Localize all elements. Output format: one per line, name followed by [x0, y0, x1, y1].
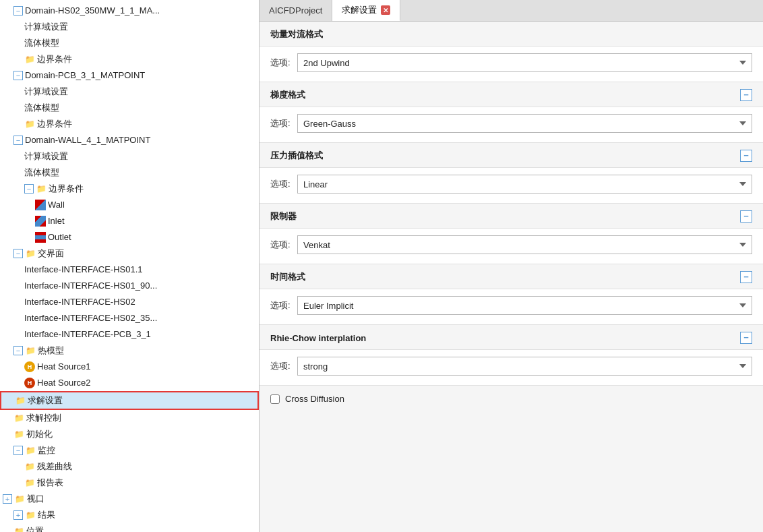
tree-label-heat1: Heat Source1	[37, 360, 91, 374]
tree-toggle-thermal[interactable]: −	[13, 346, 23, 355]
tree-item-domain-hs02-boundary[interactable]: 边界条件	[0, 51, 259, 67]
tree-item-domain-pcb-calc[interactable]: 计算域设置	[0, 84, 259, 100]
tree-item-heat1[interactable]: H Heat Source1	[0, 359, 259, 375]
tree-toggle-domain-hs02[interactable]: −	[13, 6, 23, 16]
tree-item-domain-wall-boundary[interactable]: − 边界条件	[0, 181, 259, 197]
collapse-pressure[interactable]: −	[740, 150, 752, 162]
tree-item-viewport[interactable]: + 视口	[0, 491, 259, 507]
form-row-momentum: 选项: 2nd Upwind 1st Upwind QUICK	[270, 53, 752, 72]
tab-bar: AICFDProject 求解设置 ✕	[260, 0, 763, 22]
section-header-gradient: 梯度格式 −	[260, 82, 763, 107]
tree-item-interface-hs01-1[interactable]: Interface-INTERFACE-HS01.1	[0, 262, 259, 278]
select-pressure[interactable]: Linear Standard Second Order	[297, 175, 752, 194]
section-title-rhie-chow: Rhie-Chow interplation	[270, 333, 366, 343]
tree-item-residual[interactable]: 残差曲线	[0, 459, 259, 475]
section-rhie-chow: Rhie-Chow interplation − 选项: strong weak	[260, 325, 763, 386]
section-title-limiter: 限制器	[270, 210, 297, 223]
tab-solver[interactable]: 求解设置 ✕	[332, 0, 400, 21]
tree-label-domain-pcb-fluid: 流体模型	[24, 101, 59, 115]
section-header-time: 时间格式 −	[260, 264, 763, 289]
tree-item-init[interactable]: 初始化	[0, 426, 259, 442]
cross-diffusion-checkbox[interactable]	[270, 394, 280, 404]
tree-item-domain-pcb[interactable]: − Domain-PCB_3_1_MATPOINT	[0, 67, 259, 84]
form-label-pressure: 选项:	[270, 178, 292, 190]
tree-label-domain-wall-calc: 计算域设置	[24, 150, 68, 163]
tree-item-domain-pcb-boundary[interactable]: 边界条件	[0, 116, 259, 132]
section-pressure: 压力插值格式 − 选项: Linear Standard Second Orde…	[260, 143, 763, 204]
folder-icon-solver-settings	[15, 395, 26, 406]
select-momentum[interactable]: 2nd Upwind 1st Upwind QUICK	[297, 53, 752, 72]
tree-item-outlet[interactable]: Outlet	[0, 229, 259, 245]
heat1-icon: H	[24, 361, 35, 372]
tree-item-results[interactable]: + 结果	[0, 507, 259, 523]
inlet-icon	[35, 216, 46, 227]
tree-label-interface-hs02: Interface-INTERFACE-HS02	[24, 295, 135, 309]
folder-icon-wall-boundary	[36, 183, 47, 194]
tree-item-interface-hs01-90[interactable]: Interface-INTERFACE-HS01_90...	[0, 278, 259, 294]
settings-content: 动量对流格式 选项: 2nd Upwind 1st Upwind QUICK 梯…	[260, 22, 763, 532]
folder-icon-monitor	[25, 445, 36, 456]
tree-item-domain-wall[interactable]: − Domain-WALL_4_1_MATPOINT	[0, 132, 259, 148]
tree-item-position[interactable]: 位置	[0, 523, 259, 532]
form-row-limiter: 选项: Venkat Barth-Jespersen None	[270, 235, 752, 254]
select-gradient[interactable]: Green-Gauss Least Squares	[297, 114, 752, 133]
tree-item-domain-hs02-fluid[interactable]: 流体模型	[0, 35, 259, 51]
section-header-rhie-chow: Rhie-Chow interplation −	[260, 325, 763, 350]
tab-close-solver[interactable]: ✕	[381, 5, 390, 15]
tree-item-solver-settings[interactable]: 求解设置	[0, 391, 259, 410]
tree-item-domain-pcb-fluid[interactable]: 流体模型	[0, 100, 259, 116]
tree-item-interface[interactable]: − 交界面	[0, 245, 259, 262]
tree-item-monitor[interactable]: − 监控	[0, 442, 259, 459]
tree-label-domain-wall-fluid: 流体模型	[24, 166, 59, 179]
left-panel: − Domain-HS02_350MW_1_1_MA... 计算域设置 流体模型…	[0, 0, 260, 532]
tree-label-domain-pcb: Domain-PCB_3_1_MATPOINT	[25, 69, 145, 82]
tree-label-results: 结果	[38, 508, 55, 522]
section-body-rhie-chow: 选项: strong weak	[260, 350, 763, 385]
tree-label-report: 报告表	[37, 476, 63, 490]
tree-label-interface-hs01-90: Interface-INTERFACE-HS01_90...	[24, 279, 157, 293]
tree-toggle-monitor[interactable]: −	[13, 446, 23, 455]
section-time: 时间格式 − 选项: Euler Implicit Euler Explicit…	[260, 264, 763, 325]
tree-toggle-viewport[interactable]: +	[3, 494, 12, 504]
tree-item-domain-hs02[interactable]: − Domain-HS02_350MW_1_1_MA...	[0, 3, 259, 19]
tree-item-solver-control[interactable]: 求解控制	[0, 410, 259, 426]
select-limiter[interactable]: Venkat Barth-Jespersen None	[297, 235, 752, 254]
collapse-gradient[interactable]: −	[740, 89, 752, 101]
tree-toggle-domain-wall[interactable]: −	[13, 136, 23, 145]
tree-item-interface-pcb-3-1[interactable]: Interface-INTERFACE-PCB_3_1	[0, 326, 259, 343]
tree-label-inlet: Inlet	[48, 214, 65, 228]
section-title-gradient: 梯度格式	[270, 89, 305, 101]
form-row-time: 选项: Euler Implicit Euler Explicit Crank-…	[270, 296, 752, 315]
select-rhie-chow[interactable]: strong weak	[297, 357, 752, 376]
tree-item-domain-wall-fluid[interactable]: 流体模型	[0, 165, 259, 181]
tree-item-interface-hs02[interactable]: Interface-INTERFACE-HS02	[0, 294, 259, 310]
tree-label-solver-control: 求解控制	[26, 411, 61, 425]
collapse-rhie-chow[interactable]: −	[740, 332, 752, 344]
tree-label-wall: Wall	[48, 198, 65, 212]
cross-diffusion-label: Cross Diffusion	[285, 394, 344, 404]
tree-toggle-domain-pcb[interactable]: −	[13, 71, 23, 80]
section-limiter: 限制器 − 选项: Venkat Barth-Jespersen None	[260, 204, 763, 264]
tree-item-interface-hs02-35[interactable]: Interface-INTERFACE-HS02_35...	[0, 310, 259, 326]
tree-item-domain-hs02-calc[interactable]: 计算域设置	[0, 19, 259, 35]
tree-item-heat2[interactable]: H Heat Source2	[0, 375, 259, 391]
tree-toggle-wall-boundary[interactable]: −	[24, 184, 34, 194]
tree-toggle-results[interactable]: +	[13, 510, 23, 520]
section-title-time: 时间格式	[270, 271, 305, 283]
tree-item-report[interactable]: 报告表	[0, 475, 259, 491]
tree-item-wall[interactable]: Wall	[0, 197, 259, 213]
form-row-pressure: 选项: Linear Standard Second Order	[270, 175, 752, 194]
section-body-time: 选项: Euler Implicit Euler Explicit Crank-…	[260, 289, 763, 324]
tree-toggle-interface[interactable]: −	[13, 249, 23, 258]
collapse-time[interactable]: −	[740, 271, 752, 283]
tree-item-thermal[interactable]: − 热模型	[0, 343, 259, 359]
tree-item-inlet[interactable]: Inlet	[0, 213, 259, 229]
select-time[interactable]: Euler Implicit Euler Explicit Crank-Nico…	[297, 296, 752, 315]
collapse-limiter[interactable]: −	[740, 210, 752, 223]
section-title-momentum: 动量对流格式	[270, 28, 323, 40]
tree-label-domain-hs02-boundary: 边界条件	[37, 53, 72, 66]
tab-aicfd[interactable]: AICFDProject	[260, 0, 332, 21]
tree-item-domain-wall-calc[interactable]: 计算域设置	[0, 148, 259, 165]
tree-label-interface-pcb-3-1: Interface-INTERFACE-PCB_3_1	[24, 328, 151, 341]
tree-label-domain-hs02-fluid: 流体模型	[24, 36, 59, 50]
